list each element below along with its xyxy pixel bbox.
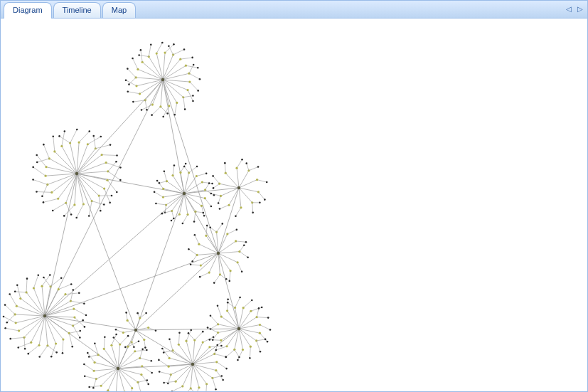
tab-timeline[interactable]: Timeline [53,2,101,18]
svg-line-554 [120,336,128,344]
svg-line-66 [173,50,184,55]
svg-point-608 [161,348,164,350]
svg-point-622 [190,329,192,332]
svg-line-376 [218,252,240,253]
svg-line-226 [165,205,166,213]
svg-line-682 [210,316,218,324]
svg-line-427 [28,345,39,354]
svg-line-443 [16,316,45,323]
diagram-canvas[interactable] [1,18,587,391]
svg-line-280 [194,211,196,221]
svg-point-693 [227,298,229,300]
svg-line-94 [183,97,185,110]
svg-point-295 [161,213,164,215]
svg-line-14 [136,253,218,330]
svg-point-57 [156,52,158,54]
svg-point-347 [237,186,240,189]
svg-point-59 [161,42,164,44]
svg-line-564 [135,350,146,351]
svg-point-198 [105,161,107,164]
svg-line-317 [247,164,249,171]
svg-point-269 [208,182,210,184]
svg-line-388 [230,271,230,281]
svg-point-527 [84,375,86,377]
svg-point-678 [163,382,165,384]
svg-point-591 [123,391,125,391]
svg-line-337 [229,188,239,205]
svg-point-283 [202,212,204,214]
svg-point-523 [88,386,90,388]
svg-line-195 [102,155,117,156]
svg-line-82 [189,65,193,73]
svg-point-741 [238,356,240,359]
svg-point-115 [141,109,143,111]
svg-line-453 [16,306,45,316]
svg-point-73 [191,57,193,59]
svg-point-148 [32,179,34,181]
svg-point-418 [50,356,53,358]
svg-line-633 [193,347,210,364]
svg-line-46 [142,62,163,80]
tab-map[interactable]: Map [102,2,136,18]
svg-line-584 [138,380,147,382]
svg-point-91 [192,100,194,102]
tab-scroll-right-button[interactable]: ▷ [576,4,584,14]
svg-line-319 [239,180,257,188]
svg-point-298 [183,192,186,195]
svg-line-303 [213,184,220,188]
svg-point-683 [210,314,212,317]
svg-line-167 [53,137,55,152]
svg-line-149 [42,184,47,196]
svg-point-116 [161,78,164,81]
svg-line-603 [159,360,169,366]
svg-line-688 [218,306,221,317]
svg-line-133 [53,203,65,211]
svg-line-724 [257,341,260,351]
svg-point-679 [191,363,194,366]
svg-line-419 [45,316,48,346]
svg-line-398 [200,272,209,277]
svg-point-410 [79,330,81,332]
svg-line-191 [94,136,96,149]
svg-point-731 [249,357,251,359]
svg-line-205 [108,161,117,171]
svg-point-452 [6,322,8,324]
tab-scroll-left-button[interactable]: ◁ [565,4,573,14]
svg-line-597 [159,372,171,375]
svg-point-494 [72,289,74,291]
svg-point-346 [218,202,220,204]
svg-point-357 [194,234,196,236]
svg-line-9 [45,194,184,316]
svg-point-642 [216,344,218,346]
svg-line-345 [218,196,220,203]
chevron-right-icon: ▷ [577,5,583,13]
svg-line-335 [235,208,241,216]
tab-diagram[interactable]: Diagram [4,2,52,18]
svg-point-322 [266,181,268,184]
svg-line-611 [169,339,173,351]
svg-point-206 [115,161,117,163]
svg-line-744 [216,346,227,350]
svg-point-126 [75,217,77,219]
svg-point-770 [125,312,127,314]
svg-line-625 [195,332,203,340]
svg-point-551 [115,334,117,336]
svg-line-471 [42,286,45,316]
svg-point-221 [75,172,78,175]
svg-line-413 [63,339,63,353]
svg-line-421 [40,346,48,357]
svg-point-646 [225,368,228,370]
svg-point-600 [167,383,169,385]
svg-point-316 [257,166,260,168]
svg-line-16 [45,316,136,330]
svg-point-529 [92,387,95,389]
svg-point-480 [43,277,45,279]
svg-line-11 [218,188,239,253]
svg-point-144 [36,191,38,193]
svg-point-533 [83,364,85,366]
svg-point-164 [36,161,38,164]
svg-point-778 [147,327,149,329]
svg-point-408 [71,346,73,348]
svg-line-307 [225,163,225,173]
svg-point-214 [109,202,111,204]
